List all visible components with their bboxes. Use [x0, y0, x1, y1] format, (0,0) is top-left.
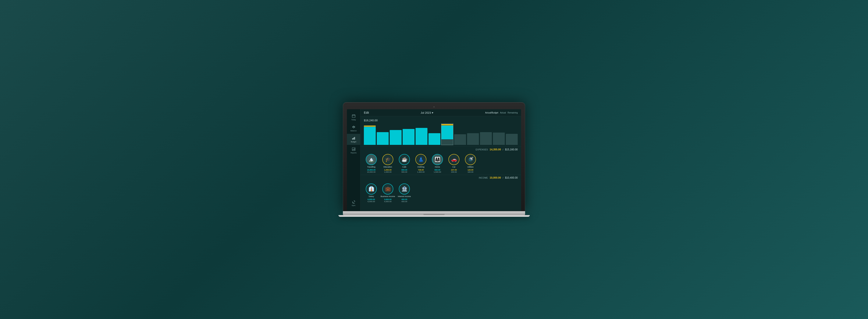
chart-bar-1 [377, 124, 389, 145]
chart-bar-2 [390, 124, 402, 145]
category-actual-1: 1,000.00 [384, 169, 392, 171]
sidebar: Today [347, 109, 361, 211]
expenses-budget: $15,160.00 [505, 148, 518, 151]
svg-point-19 [352, 203, 355, 203]
category-name-3: Clothing [417, 166, 424, 168]
income-category-2[interactable]: 🏦Interest income400.00400.00 [397, 183, 412, 203]
sidebar-item-today[interactable]: Today [347, 112, 360, 123]
chart-bar-8 [467, 124, 479, 145]
expenses-summary: EXPENSES 14,355.00 / $15,160.00 [361, 147, 521, 152]
category-budget-3: 1,400.00 [417, 171, 425, 173]
expense-category-3[interactable]: 👗Clothing738.001,400.00 [413, 154, 428, 173]
category-name-5: Car [453, 166, 456, 168]
expense-category-4[interactable]: 👨‍👩‍👧Home650.001,500.00 [430, 154, 445, 173]
sidebar-item-balance[interactable]: Balance [347, 123, 360, 134]
chevron-down-icon: ▾ [432, 111, 433, 114]
sync-label: Sync [352, 204, 355, 206]
view-actual-budget[interactable]: Actual/Budget [485, 112, 498, 114]
month-selector[interactable]: Jul 2023 ▾ [421, 111, 433, 114]
expense-category-1[interactable]: 🎓Education1,000.001,000.00 [380, 154, 395, 173]
budget-label: Budget [351, 141, 356, 143]
income-divider: / [503, 176, 503, 179]
category-actual-6: 120.00 [467, 169, 473, 171]
reports-label: Reports [350, 152, 356, 154]
category-actual-5: 247.00 [451, 169, 457, 171]
chart-bar-4 [415, 124, 428, 145]
expenses-label: EXPENSES [476, 148, 488, 151]
income-category-1[interactable]: 💼Business income3,600.004,000.00 [380, 183, 395, 203]
chart-bar-11 [506, 124, 518, 145]
sidebar-item-budget[interactable]: Budget [347, 134, 360, 145]
page-title: Edit [364, 111, 369, 114]
category-actual-0: 10,800.00 [367, 169, 375, 171]
category-actual-4: 650.00 [434, 169, 440, 171]
today-label: Today [351, 119, 356, 121]
header: Edit Jul 2023 ▾ Actual/Budget Actual Rem… [361, 109, 521, 116]
income-actual: 10,000.00 [490, 176, 501, 179]
category-name-4: Home [435, 166, 440, 168]
view-remaining[interactable]: Remaining [507, 112, 518, 114]
chart-bar-7 [454, 124, 466, 145]
budget-icon [351, 136, 356, 140]
income-summary: INCOME 10,000.00 / $10,400.00 [361, 175, 521, 180]
balance-icon [351, 125, 356, 129]
reports-icon [351, 147, 356, 151]
balance-label: Balance [350, 130, 356, 132]
expenses-actual: 14,355.00 [490, 148, 501, 151]
category-actual-3: 738.00 [418, 169, 424, 171]
main-content: Edit Jul 2023 ▾ Actual/Budget Actual Rem… [361, 109, 521, 211]
income-label: INCOME [479, 177, 488, 179]
sidebar-item-reports[interactable]: Reports [347, 145, 360, 156]
category-name-0: Travelling [367, 166, 375, 168]
chart-bar-5 [429, 124, 440, 145]
category-budget-0: 10,000.00 [367, 171, 375, 173]
chart-bar-6 [441, 124, 453, 145]
chart-top-value: $16,240.00 [364, 119, 518, 122]
laptop-bottom [338, 215, 530, 217]
income-section: 👔Salary6,000.006,000.00💼Business income3… [361, 180, 521, 205]
laptop-base [343, 211, 525, 215]
expense-categories: 🏔️Travelling10,800.0010,000.00🎓Education… [361, 152, 521, 175]
laptop-container: Today [343, 102, 525, 217]
expense-category-0[interactable]: 🏔️Travelling10,800.0010,000.00 [364, 154, 379, 173]
category-name-6: Utilities [467, 166, 473, 168]
month-label: Jul 2023 [421, 111, 431, 114]
expense-category-5[interactable]: 🚗Car247.00200.00 [446, 154, 461, 173]
svg-rect-12 [352, 138, 353, 140]
category-name-2: Cafe [402, 166, 406, 168]
category-actual-2: 800.00 [401, 169, 407, 171]
chart-area: $16,240.00 [361, 116, 521, 147]
income-budget: $10,400.00 [505, 176, 518, 179]
expenses-divider: / [503, 148, 503, 151]
category-budget-5: 200.00 [451, 171, 457, 173]
expense-category-2[interactable]: ☕Cafe800.00900.00 [397, 154, 412, 173]
svg-rect-13 [353, 138, 354, 140]
svg-rect-14 [354, 137, 355, 140]
expense-category-6[interactable]: 🚿Utilities120.00160.00 [463, 154, 478, 173]
svg-rect-0 [352, 115, 355, 117]
chart-bar-3 [403, 124, 414, 145]
screen-bezel: Today [343, 102, 525, 211]
chart-bar-10 [493, 124, 505, 145]
screen: Today [347, 109, 521, 211]
income-category-0[interactable]: 👔Salary6,000.006,000.00 [364, 183, 379, 203]
sync-icon [351, 200, 356, 204]
category-budget-2: 900.00 [401, 171, 407, 173]
category-budget-6: 160.00 [467, 171, 473, 173]
calendar-icon [351, 114, 356, 118]
category-budget-1: 1,000.00 [384, 171, 392, 173]
chart-bar-9 [480, 124, 492, 145]
view-controls: Actual/Budget Actual Remaining [485, 112, 518, 114]
category-budget-4: 1,500.00 [434, 171, 441, 173]
income-categories: 👔Salary6,000.006,000.00💼Business income3… [364, 182, 518, 204]
view-actual[interactable]: Actual [500, 112, 506, 114]
bars-container [364, 124, 518, 145]
category-name-1: Education [383, 166, 392, 168]
chart-bar-0 [364, 124, 376, 145]
sidebar-item-sync[interactable]: Sync [347, 198, 360, 208]
camera-dot [433, 106, 435, 108]
